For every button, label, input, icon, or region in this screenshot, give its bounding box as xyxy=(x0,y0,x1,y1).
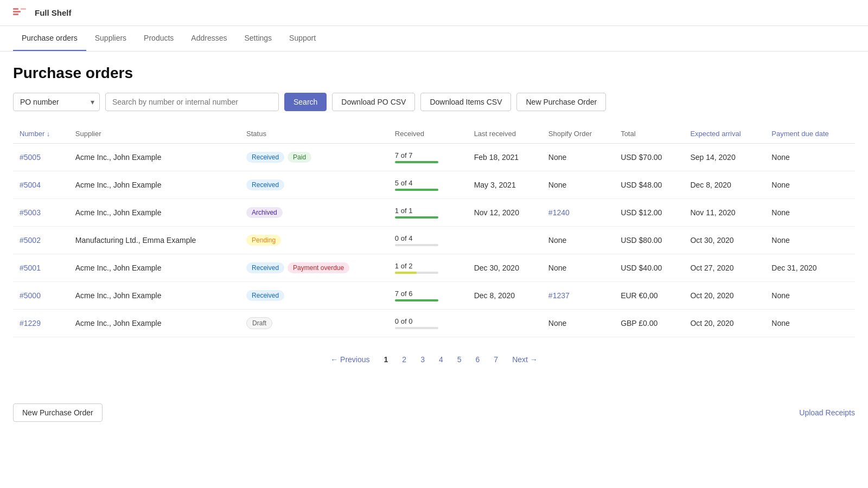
toolbar: PO number Internal number Search Downloa… xyxy=(13,93,855,111)
last-received xyxy=(468,227,542,254)
status-cell: Received xyxy=(240,171,388,199)
payment-due-date: None xyxy=(765,171,855,199)
status-cell: ReceivedPaid xyxy=(240,144,388,171)
tab-support[interactable]: Support xyxy=(280,26,324,51)
shopify-order[interactable]: #1237 xyxy=(542,282,614,310)
status-cell: Pending xyxy=(240,227,388,254)
new-purchase-order-bottom-button[interactable]: New Purchase Order xyxy=(13,403,103,422)
received-label: 5 of 4 xyxy=(395,179,413,187)
order-number-link[interactable]: #5002 xyxy=(20,236,41,245)
status-badge: Received xyxy=(246,152,284,163)
pagination-page-4[interactable]: 4 xyxy=(433,352,449,367)
payment-due-date: Dec 31, 2020 xyxy=(765,254,855,282)
pagination-page-2[interactable]: 2 xyxy=(397,352,412,367)
supplier-name: Manufacturing Ltd., Emma Example xyxy=(69,227,240,254)
svg-rect-3 xyxy=(21,8,26,10)
supplier-name: Acme Inc., John Example xyxy=(69,254,240,282)
pagination-page-7[interactable]: 7 xyxy=(488,352,503,367)
total: GBP £0.00 xyxy=(614,310,684,337)
payment-due-date: None xyxy=(765,199,855,227)
pagination-next[interactable]: Next → xyxy=(507,352,543,367)
col-number[interactable]: Number ↓ xyxy=(13,124,69,144)
main-content: Purchase orders Suppliers Products Addre… xyxy=(0,26,868,488)
tab-purchase-orders[interactable]: Purchase orders xyxy=(13,26,86,51)
pagination-page-6[interactable]: 6 xyxy=(470,352,486,367)
new-purchase-order-toolbar-button[interactable]: New Purchase Order xyxy=(516,93,606,111)
payment-due-date: None xyxy=(765,310,855,337)
supplier-name: Acme Inc., John Example xyxy=(69,144,240,171)
received-label: 7 of 6 xyxy=(395,290,413,298)
table-row: #5001Acme Inc., John ExampleReceivedPaym… xyxy=(13,254,855,282)
logo-icon xyxy=(13,6,30,20)
supplier-name: Acme Inc., John Example xyxy=(69,199,240,227)
progress-bar xyxy=(395,299,438,301)
app-name: Full Shelf xyxy=(35,8,72,17)
received-cell: 7 of 6 xyxy=(388,282,468,310)
tab-products[interactable]: Products xyxy=(135,26,182,51)
last-received: Dec 8, 2020 xyxy=(468,282,542,310)
expected-arrival: Oct 27, 2020 xyxy=(684,254,765,282)
col-expected-arrival[interactable]: Expected arrival xyxy=(684,124,765,144)
total: USD $48.00 xyxy=(614,171,684,199)
col-payment-due-date[interactable]: Payment due date xyxy=(765,124,855,144)
search-type-select[interactable]: PO number Internal number xyxy=(13,93,100,111)
tab-settings[interactable]: Settings xyxy=(236,26,281,51)
status-badge: Paid xyxy=(288,152,311,163)
search-button[interactable]: Search xyxy=(284,93,327,111)
col-shopify-order: Shopify Order xyxy=(542,124,614,144)
pagination-page-1[interactable]: 1 xyxy=(379,352,394,367)
shopify-order[interactable]: #1240 xyxy=(542,199,614,227)
tab-suppliers[interactable]: Suppliers xyxy=(86,26,135,51)
svg-rect-2 xyxy=(13,14,18,15)
upload-receipts-link[interactable]: Upload Receipts xyxy=(799,408,855,417)
supplier-name: Acme Inc., John Example xyxy=(69,282,240,310)
order-number-link[interactable]: #5005 xyxy=(20,153,41,162)
order-number-link[interactable]: #5003 xyxy=(20,208,41,217)
order-number-link[interactable]: #1229 xyxy=(20,319,41,328)
last-received: Nov 12, 2020 xyxy=(468,199,542,227)
progress-bar xyxy=(395,161,438,163)
pagination-previous[interactable]: ← Previous xyxy=(325,352,375,367)
col-supplier: Supplier xyxy=(69,124,240,144)
expected-arrival: Oct 30, 2020 xyxy=(684,227,765,254)
expected-arrival: Nov 11, 2020 xyxy=(684,199,765,227)
download-po-csv-button[interactable]: Download PO CSV xyxy=(332,93,415,111)
status-badge: Received xyxy=(246,262,284,273)
app-logo: Full Shelf xyxy=(13,6,72,20)
total: USD $12.00 xyxy=(614,199,684,227)
svg-rect-1 xyxy=(13,11,21,12)
progress-bar xyxy=(395,216,438,219)
app-header: Full Shelf xyxy=(0,0,868,26)
col-total: Total xyxy=(614,124,684,144)
received-cell: 0 of 4 xyxy=(388,227,468,254)
status-badge: Archived xyxy=(246,207,283,218)
received-cell: 0 of 0 xyxy=(388,310,468,337)
last-received: Dec 30, 2020 xyxy=(468,254,542,282)
nav-tabs: Purchase orders Suppliers Products Addre… xyxy=(0,26,868,52)
download-items-csv-button[interactable]: Download Items CSV xyxy=(420,93,511,111)
pagination-page-5[interactable]: 5 xyxy=(452,352,467,367)
received-label: 1 of 2 xyxy=(395,262,413,270)
payment-due-date: None xyxy=(765,144,855,171)
supplier-name: Acme Inc., John Example xyxy=(69,310,240,337)
order-number-link[interactable]: #5004 xyxy=(20,181,41,189)
tab-addresses[interactable]: Addresses xyxy=(182,26,235,51)
shopify-order-link[interactable]: #1237 xyxy=(548,291,570,300)
progress-bar xyxy=(395,272,417,274)
shopify-order: None xyxy=(542,310,614,337)
order-number-link[interactable]: #5000 xyxy=(20,291,41,300)
page-title: Purchase orders xyxy=(13,65,855,82)
pagination-page-3[interactable]: 3 xyxy=(415,352,430,367)
shopify-order: None xyxy=(542,254,614,282)
purchase-orders-table: Number ↓ Supplier Status Received Last r… xyxy=(13,124,855,337)
expected-arrival: Oct 20, 2020 xyxy=(684,310,765,337)
order-number-link[interactable]: #5001 xyxy=(20,264,41,272)
status-badge: Draft xyxy=(246,317,272,329)
progress-bar xyxy=(395,189,438,191)
status-cell: Archived xyxy=(240,199,388,227)
shopify-order: None xyxy=(542,171,614,199)
search-input[interactable] xyxy=(105,93,279,111)
received-cell: 5 of 4 xyxy=(388,171,468,199)
shopify-order-link[interactable]: #1240 xyxy=(548,208,570,217)
search-type-select-wrapper: PO number Internal number xyxy=(13,93,100,111)
